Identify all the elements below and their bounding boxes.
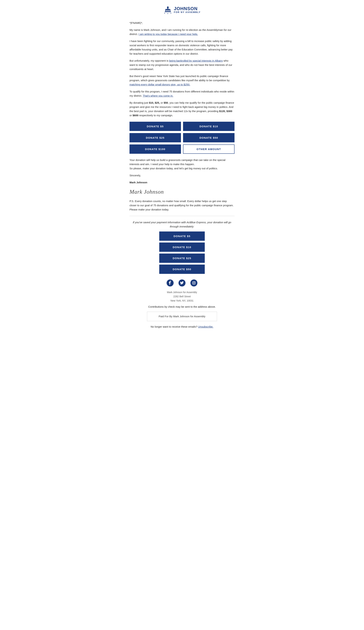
- svg-rect-3: [165, 10, 171, 10]
- svg-point-17: [195, 282, 195, 282]
- svg-rect-1: [167, 8, 168, 9]
- actblue-donate-5-button[interactable]: DONATE $5: [159, 232, 205, 241]
- paid-for-text: Paid For By Mark Johnson for Assembly: [159, 315, 205, 318]
- unsubscribe-prefix: No longer want to receive these emails?: [151, 325, 197, 328]
- paid-for-box: Paid For By Mark Johnson for Assembly: [147, 312, 217, 321]
- greeting: *|FNAME|*,: [129, 21, 235, 25]
- twitter-link[interactable]: [178, 279, 186, 287]
- paragraph-3: But unfortunately, my opponent is being …: [129, 59, 235, 71]
- donate-buttons-grid: DONATE $5 DONATE $10 DONATE $25 DONATE $…: [129, 122, 235, 154]
- actblue-buttons: DONATE $5 DONATE $10 DONATE $25 DONATE $…: [129, 232, 235, 274]
- svg-rect-8: [165, 12, 171, 12]
- instagram-link[interactable]: [190, 279, 198, 287]
- paragraph-7: Your donation will help us build a grass…: [129, 158, 235, 170]
- donate-10-button[interactable]: DONATE $10: [183, 122, 235, 131]
- need-help-link[interactable]: I am writing to you today because I need…: [139, 32, 198, 36]
- social-icons-row: [129, 279, 235, 287]
- svg-rect-6: [168, 10, 169, 12]
- svg-rect-7: [170, 10, 170, 12]
- donate-5-button[interactable]: DONATE $5: [129, 122, 181, 131]
- footer-address: Mark Johnson for Assembly 2282 Bell Stre…: [129, 290, 235, 303]
- instagram-icon: [190, 280, 197, 286]
- logo-name: JOHNSON: [174, 6, 201, 11]
- donate-25-button[interactable]: DONATE $25: [129, 133, 181, 142]
- twitter-icon: [178, 280, 186, 286]
- unsubscribe-link[interactable]: Unsubscribe.: [198, 325, 214, 328]
- svg-text:★: ★: [170, 12, 171, 14]
- actblue-donate-50-button[interactable]: DONATE $50: [159, 264, 205, 274]
- donate-100-button[interactable]: DONATE $100: [129, 144, 181, 154]
- facebook-icon: [167, 280, 174, 286]
- actblue-note: If you've saved your payment information…: [129, 220, 235, 229]
- bankrolled-link[interactable]: being bankrolled by special interests in…: [169, 59, 223, 62]
- sincerely-text: Sincerely,: [129, 173, 235, 178]
- paragraph-4: But there's good news! New York State ha…: [129, 74, 235, 87]
- actblue-donate-10-button[interactable]: DONATE $10: [159, 242, 205, 252]
- signature-name: Mark Johnson: [129, 180, 235, 184]
- ps-text: P.S. Every donation counts, no matter ho…: [129, 199, 235, 212]
- svg-text:★: ★: [167, 13, 168, 14]
- capitol-building-icon: ★ ★ ★: [163, 5, 172, 14]
- actblue-donate-25-button[interactable]: DONATE $25: [159, 254, 205, 263]
- logo: ★ ★ ★ JOHNSON FOR NY ASSEMBLY: [163, 5, 201, 14]
- email-body: *|FNAME|*, My name is Mark Johnson, and …: [129, 19, 235, 334]
- org-name: Mark Johnson for Assembly: [167, 291, 197, 294]
- unsubscribe-line: No longer want to receive these emails? …: [129, 325, 235, 329]
- facebook-link[interactable]: [166, 279, 174, 287]
- matching-link[interactable]: matching every dollar small donors give,…: [129, 83, 190, 86]
- paragraph-6: By donating just $10, $25, or $50, you c…: [129, 101, 235, 118]
- svg-rect-4: [165, 10, 166, 12]
- svg-point-14: [191, 280, 197, 286]
- paragraph-2: I have been fighting for our community, …: [129, 39, 235, 56]
- paragraph-1: My name is Mark Johnson, and I am runnin…: [129, 28, 235, 36]
- address-line1: 2282 Bell Street: [173, 295, 191, 298]
- svg-text:★: ★: [164, 12, 165, 14]
- logo-text: JOHNSON FOR NY ASSEMBLY: [174, 6, 201, 14]
- donate-50-button[interactable]: DONATE $50: [183, 133, 235, 142]
- logo-tagline: FOR NY ASSEMBLY: [174, 11, 201, 14]
- svg-rect-2: [166, 9, 170, 10]
- address-line2: New York, NY, 10031: [170, 299, 193, 302]
- signature-image: Mark Johnson: [129, 187, 235, 196]
- svg-rect-5: [167, 10, 167, 12]
- paragraph-5: To qualify for this program, I need 75 d…: [129, 90, 235, 98]
- other-amount-button[interactable]: OTHER AMOUNT: [183, 144, 235, 154]
- thats-where-link[interactable]: That's where you come in.: [143, 94, 173, 97]
- svg-point-0: [167, 6, 169, 8]
- contributions-note: Contributions by check may be sent to th…: [129, 305, 235, 309]
- email-header: ★ ★ ★ JOHNSON FOR NY ASSEMBLY: [129, 0, 235, 19]
